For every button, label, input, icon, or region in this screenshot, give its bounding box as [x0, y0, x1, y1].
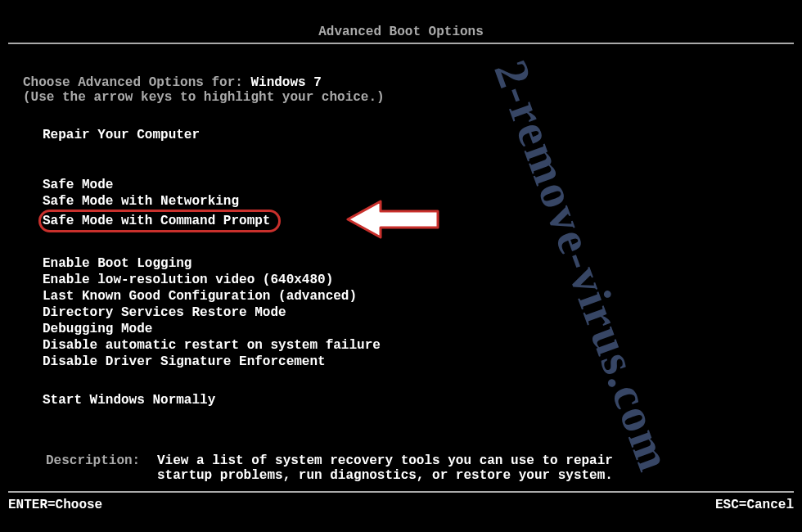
footer-bar: ENTER=Choose ESC=Cancel — [8, 491, 794, 512]
content-area: Choose Advanced Options for: Windows 7 (… — [0, 44, 802, 483]
choose-line: Choose Advanced Options for: Windows 7 — [23, 75, 779, 90]
footer-enter-hint: ENTER=Choose — [8, 498, 102, 512]
arrow-left-icon — [344, 195, 442, 244]
page-title: Advanced Boot Options — [0, 0, 802, 43]
description-text: View a list of system recovery tools you… — [157, 453, 613, 483]
hint-line: (Use the arrow keys to highlight your ch… — [23, 90, 779, 105]
menu-directory-services-restore[interactable]: Directory Services Restore Mode — [43, 304, 779, 321]
menu-disable-auto-restart[interactable]: Disable automatic restart on system fail… — [43, 337, 779, 354]
menu-debugging-mode[interactable]: Debugging Mode — [43, 321, 779, 337]
menu-repair-your-computer[interactable]: Repair Your Computer — [23, 128, 779, 142]
menu-disable-driver-sig[interactable]: Disable Driver Signature Enforcement — [43, 354, 779, 370]
menu-safe-mode[interactable]: Safe Mode — [43, 177, 779, 193]
safe-mode-block: Safe Mode Safe Mode with Networking Safe… — [23, 177, 779, 232]
description-line-2: startup problems, run diagnostics, or re… — [157, 468, 613, 483]
description-section: Description: View a list of system recov… — [23, 453, 779, 483]
os-name: Windows 7 — [250, 75, 321, 90]
menu-enable-boot-logging[interactable]: Enable Boot Logging — [43, 255, 779, 272]
description-line-1: View a list of system recovery tools you… — [157, 453, 613, 468]
options-block: Enable Boot Logging Enable low-resolutio… — [23, 255, 779, 370]
highlight-annotation: Safe Mode with Command Prompt — [38, 210, 281, 232]
menu-start-windows-normally[interactable]: Start Windows Normally — [23, 393, 779, 408]
choose-prefix: Choose Advanced Options for: — [23, 75, 250, 90]
highlighted-option-wrap: Safe Mode with Command Prompt — [43, 210, 281, 232]
menu-low-res-video[interactable]: Enable low-resolution video (640x480) — [43, 272, 779, 288]
description-label: Description: — [46, 453, 157, 483]
menu-safe-mode-command-prompt[interactable]: Safe Mode with Command Prompt — [43, 214, 270, 228]
menu-last-known-good[interactable]: Last Known Good Configuration (advanced) — [43, 288, 779, 304]
footer-esc-hint: ESC=Cancel — [715, 498, 794, 512]
